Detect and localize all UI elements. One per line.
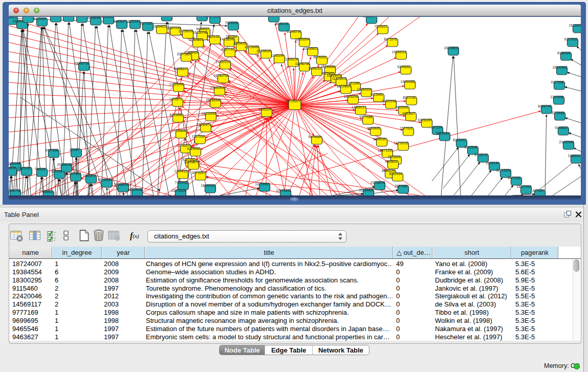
svg-text:10688609: 10688609 bbox=[114, 183, 129, 186]
svg-text:8322037: 8322037 bbox=[453, 138, 466, 142]
svg-text:16210643: 16210643 bbox=[202, 112, 216, 115]
svg-text:9465546: 9465546 bbox=[395, 105, 408, 109]
svg-text:7515526: 7515526 bbox=[225, 21, 238, 25]
svg-text:18495756: 18495756 bbox=[75, 61, 90, 65]
svg-text:10025438: 10025438 bbox=[128, 188, 143, 191]
svg-text:9699695: 9699695 bbox=[87, 17, 100, 19]
svg-text:7632621: 7632621 bbox=[374, 25, 387, 28]
svg-text:1527602: 1527602 bbox=[400, 126, 413, 130]
svg-text:15716485: 15716485 bbox=[245, 45, 259, 49]
svg-text:6794028: 6794028 bbox=[9, 166, 16, 170]
svg-text:14569117: 14569117 bbox=[352, 105, 366, 109]
svg-text:10655287: 10655287 bbox=[418, 118, 432, 122]
svg-text:23420046: 23420046 bbox=[559, 140, 574, 144]
svg-text:1244415: 1244415 bbox=[174, 169, 187, 173]
svg-text:1621022: 1621022 bbox=[18, 166, 31, 170]
svg-text:10719155: 10719155 bbox=[394, 141, 409, 145]
svg-text:8990448: 8990448 bbox=[9, 162, 20, 165]
svg-text:8912954: 8912954 bbox=[389, 172, 402, 176]
svg-text:7515526: 7515526 bbox=[387, 155, 401, 159]
svg-text:1498222: 1498222 bbox=[308, 67, 321, 70]
svg-text:1167534: 1167534 bbox=[192, 135, 205, 138]
svg-text:3373685: 3373685 bbox=[551, 111, 564, 115]
svg-text:19756928: 19756928 bbox=[179, 29, 193, 33]
svg-text:18724007: 18724007 bbox=[286, 99, 300, 103]
svg-text:7663822: 7663822 bbox=[384, 160, 398, 163]
svg-text:19166825: 19166825 bbox=[303, 47, 318, 50]
svg-text:746266: 746266 bbox=[34, 167, 46, 171]
svg-text:7955812: 7955812 bbox=[40, 190, 53, 193]
svg-text:16120746: 16120746 bbox=[193, 31, 208, 34]
svg-text:2803144: 2803144 bbox=[486, 161, 499, 165]
svg-text:2687682: 2687682 bbox=[395, 184, 408, 188]
svg-text:16033809: 16033809 bbox=[444, 46, 459, 50]
svg-text:18300295: 18300295 bbox=[344, 95, 359, 98]
svg-text:6466160: 6466160 bbox=[373, 137, 386, 141]
svg-text:9463627: 9463627 bbox=[113, 19, 126, 23]
svg-text:9777169: 9777169 bbox=[359, 115, 373, 119]
svg-text:8427552: 8427552 bbox=[508, 176, 521, 180]
svg-text:10973493: 10973493 bbox=[276, 189, 291, 192]
svg-text:8215955: 8215955 bbox=[169, 113, 183, 117]
svg-text:19524851: 19524851 bbox=[189, 38, 204, 41]
svg-text:8813054: 8813054 bbox=[436, 132, 449, 135]
svg-text:19218506: 19218506 bbox=[371, 181, 385, 184]
svg-text:9463627: 9463627 bbox=[402, 112, 416, 115]
svg-text:17016504: 17016504 bbox=[172, 129, 187, 133]
svg-text:9465546: 9465546 bbox=[100, 17, 113, 18]
svg-text:13975125: 13975125 bbox=[171, 189, 186, 192]
svg-text:10648764: 10648764 bbox=[287, 30, 301, 33]
svg-text:9327508: 9327508 bbox=[551, 80, 564, 84]
svg-text:12213967: 12213967 bbox=[255, 182, 270, 186]
svg-text:1588520: 1588520 bbox=[568, 154, 581, 158]
svg-text:9084067: 9084067 bbox=[196, 27, 209, 31]
svg-text:9115460: 9115460 bbox=[371, 93, 383, 96]
svg-text:10958117: 10958117 bbox=[173, 67, 188, 71]
svg-text:9327503: 9327503 bbox=[564, 37, 577, 41]
svg-text:1405571: 1405571 bbox=[169, 97, 182, 101]
svg-text:9242848: 9242848 bbox=[464, 145, 477, 149]
svg-text:14099489: 14099489 bbox=[321, 65, 336, 69]
svg-text:14136141: 14136141 bbox=[220, 37, 235, 41]
svg-text:2718176: 2718176 bbox=[474, 153, 488, 157]
svg-text:19654923: 19654923 bbox=[153, 25, 167, 28]
svg-text:(x): (x) bbox=[133, 233, 139, 239]
svg-text:2935114: 2935114 bbox=[258, 107, 271, 111]
svg-text:6497568: 6497568 bbox=[45, 148, 58, 152]
svg-text:15720407: 15720407 bbox=[98, 178, 113, 182]
svg-text:10046786: 10046786 bbox=[295, 62, 310, 65]
svg-text:16782759: 16782759 bbox=[214, 74, 229, 77]
svg-text:10807487: 10807487 bbox=[67, 172, 81, 176]
svg-text:1733426: 1733426 bbox=[233, 41, 246, 45]
svg-text:9329966: 9329966 bbox=[187, 147, 200, 150]
svg-text:1527602: 1527602 bbox=[139, 21, 153, 25]
svg-text:16543362: 16543362 bbox=[553, 65, 568, 69]
svg-text:18640910: 18640910 bbox=[201, 184, 216, 187]
svg-text:1615132: 1615132 bbox=[206, 35, 220, 38]
svg-text:10671355: 10671355 bbox=[206, 17, 221, 18]
svg-text:62160: 62160 bbox=[70, 148, 79, 151]
svg-text:18724007: 18724007 bbox=[9, 17, 18, 19]
svg-text:7386372: 7386372 bbox=[82, 174, 96, 178]
svg-text:10655287: 10655287 bbox=[126, 19, 141, 23]
svg-text:10961758: 10961758 bbox=[9, 189, 21, 192]
svg-text:7485063: 7485063 bbox=[175, 181, 188, 184]
svg-text:12213369: 12213369 bbox=[496, 168, 511, 172]
svg-text:9699695: 9699695 bbox=[367, 126, 380, 130]
svg-text:16154808: 16154808 bbox=[359, 188, 374, 192]
svg-text:11325419: 11325419 bbox=[332, 77, 347, 80]
svg-text:9857791: 9857791 bbox=[221, 48, 234, 51]
svg-text:16107553: 16107553 bbox=[517, 185, 532, 188]
svg-text:15226058: 15226058 bbox=[569, 24, 581, 27]
svg-text:8912954: 8912954 bbox=[363, 17, 376, 18]
svg-text:12353594: 12353594 bbox=[295, 37, 310, 41]
svg-text:12505135: 12505135 bbox=[284, 57, 299, 61]
svg-text:20691406: 20691406 bbox=[210, 86, 225, 90]
svg-text:15692971: 15692971 bbox=[197, 123, 211, 126]
svg-text:19384554: 19384554 bbox=[357, 87, 372, 91]
svg-text:22420046: 22420046 bbox=[382, 99, 397, 103]
svg-text:10671355: 10671355 bbox=[378, 148, 393, 152]
svg-text:33975867: 33975867 bbox=[177, 52, 192, 56]
svg-text:8678352: 8678352 bbox=[313, 55, 326, 59]
svg-text:18724007: 18724007 bbox=[337, 84, 352, 88]
